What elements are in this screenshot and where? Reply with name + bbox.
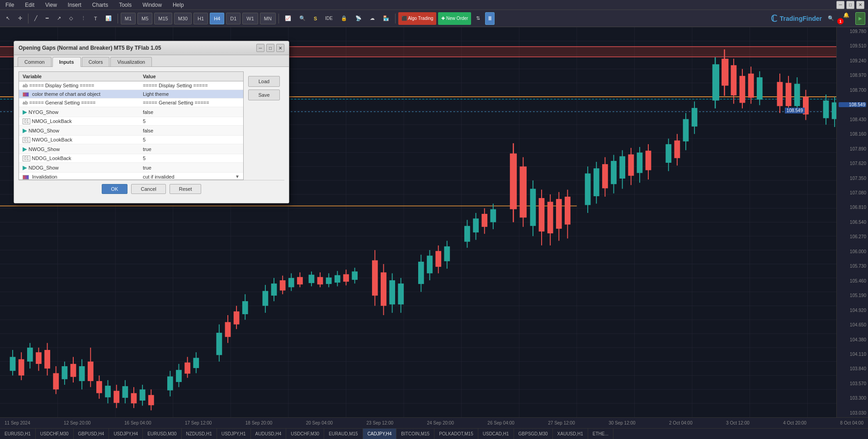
app-minimize-btn[interactable]: ─ [836,1,844,9]
table-row[interactable]: ▶ NYOG_Show false [19,107,243,117]
row-9-variable-text: NDOG_Show [28,165,59,170]
shapes-tool[interactable]: ◇ [66,12,76,25]
indicators-tool[interactable]: 📊 [102,12,115,25]
menu-window[interactable]: Window [141,2,164,8]
load-button[interactable]: Load [248,76,280,87]
tf-w1[interactable]: W1 [242,13,258,24]
menu-help[interactable]: Help [171,2,186,8]
time-axis: 11 Sep 2024 12 Sep 20:00 16 Sep 04:00 17… [0,417,868,428]
tab-ethe[interactable]: ETHE... [588,429,613,439]
row-4-variable-text: NMOG_LookBack [32,118,72,124]
tf-mn[interactable]: MN [260,13,276,24]
tab-inputs[interactable]: Inputs [52,57,81,67]
time-label-4: 18 Sep 20:00 [245,420,273,425]
time-label-6: 23 Sep 12:00 [367,420,394,425]
algo-trading-btn[interactable]: ⬛ Algo Trading [398,12,436,25]
menu-charts[interactable]: Charts [90,2,110,8]
tab-colors[interactable]: Colors [82,57,110,66]
menu-bar: File Edit View Insert Charts Tools Windo… [0,0,868,10]
table-row[interactable]: ab ===== Display Setting ===== ===== Dis… [19,81,243,90]
menu-view[interactable]: View [43,2,59,8]
menu-edit[interactable]: Edit [23,2,36,8]
reset-button[interactable]: Reset [170,184,202,194]
tab-xauusd-h1[interactable]: XAUUSD,H1 [553,429,588,439]
tab-polkadot-m15[interactable]: POLKADOT,M15 [434,429,478,439]
indicator-s-btn[interactable]: S [311,12,320,25]
save-button[interactable]: Save [248,90,280,100]
cloud-btn[interactable]: ☁ [367,12,378,25]
settings-table-wrapper[interactable]: Variable Value ab ===== [19,71,244,180]
tf-m1[interactable]: M1 [121,13,136,24]
dropdown-arrow[interactable]: ▼ [235,174,240,179]
table-row[interactable]: color theme of chart and object Light th… [19,90,243,99]
table-row[interactable]: ▶ NMOG_Show false [19,126,243,136]
line-tool[interactable]: ╱ [31,12,41,25]
tab-usdcad-h1[interactable]: USDCAD,H1 [478,429,514,439]
tab-usdjpy-h4[interactable]: USDJPY,H4 [109,429,143,439]
market-status-btn[interactable]: ▶ [855,12,865,25]
tf-m30[interactable]: M30 [174,13,192,24]
tab-gbpsgd-m30[interactable]: GBPSGD,M30 [514,429,553,439]
market-btn[interactable]: 🏪 [380,12,392,25]
signal-btn[interactable]: 📡 [352,12,365,25]
chart-type-btn[interactable]: 📈 [282,12,294,25]
table-row[interactable]: ▶ NDOG_Show true [19,163,243,173]
tf-d1[interactable]: D1 [226,13,241,24]
tab-gbpusd-h4[interactable]: GBPUSD,H4 [74,429,109,439]
row-5-icon: ▶ [23,127,27,134]
row-3-icon: ▶ [23,109,27,115]
table-row[interactable]: 01 NDOG_LookBack 5 [19,154,243,163]
app-maximize-btn[interactable]: □ [846,1,854,9]
app-close-btn[interactable]: ✕ [856,1,864,9]
tab-usdjpy-h1[interactable]: USDJPY,H1 [217,429,251,439]
table-row[interactable]: Invalidation cut if invalided ▼ [19,173,243,180]
cancel-button[interactable]: Cancel [131,184,165,194]
text-tool[interactable]: T [91,12,100,25]
tab-cadjpy-h4[interactable]: CADJPY,H4 [363,429,397,439]
tab-audusd-h4[interactable]: AUDUSD,H4 [251,429,287,439]
table-row[interactable]: ▶ NWOG_Show true [19,144,243,154]
tab-usdchf-m30[interactable]: USDCHF,M30 [36,429,74,439]
row-10-variable: Invalidation [19,173,139,180]
trendline-tool[interactable]: ↗ [54,12,64,25]
tf-h4[interactable]: H4 [210,13,224,24]
new-order-btn[interactable]: ✚ New Order [438,12,471,25]
tf-m5[interactable]: M5 [137,13,152,24]
table-row[interactable]: ab ===== General Setting ===== ===== Gen… [19,99,243,107]
table-row[interactable]: 01 NMOG_LookBack 5 [19,117,243,126]
dialog-restore-btn[interactable]: □ [266,44,274,52]
menu-insert[interactable]: Insert [66,2,83,8]
tab-euraud-m15[interactable]: EURAUD,M15 [324,429,363,439]
level2-btn[interactable]: II [485,12,495,25]
tab-common[interactable]: Common [18,57,52,66]
time-label-11: 2 Oct 04:00 [669,420,693,425]
menu-file[interactable]: File [4,2,16,8]
table-row[interactable]: 01 NWOG_LookBack 5 [19,136,243,144]
tab-eurusd-m30[interactable]: EURUSD,M30 [143,429,181,439]
tab-usdchf-m30-2[interactable]: USDCHF,M30 [286,429,324,439]
cursor-tool[interactable]: ↖ [3,12,13,25]
tf-m15[interactable]: M15 [154,13,172,24]
hline-tool[interactable]: ━ [42,12,52,25]
dialog-minimize-btn[interactable]: ─ [256,44,264,52]
tab-nzdusd-h1[interactable]: NZDUSD,H1 [182,429,217,439]
menu-tools[interactable]: Tools [117,2,133,8]
zoom-btn[interactable]: 🔍 [296,12,309,25]
arrows-btn[interactable]: ⇅ [473,12,483,25]
ide-btn[interactable]: IDE [322,12,336,25]
logo-search-btn[interactable]: 🔍 [825,12,837,25]
tf-h1[interactable]: H1 [193,13,208,24]
row-0-value: ===== Display Setting ===== [139,81,243,90]
tab-bitcoin-m15[interactable]: BITCOIN,M15 [396,429,434,439]
row-6-variable: 01 NWOG_LookBack [19,136,139,144]
tab-eurusd-h1[interactable]: EURUSD,H1 [0,429,36,439]
tab-visualization[interactable]: Visualization [110,57,152,66]
fib-tool[interactable]: ⋮ [78,12,89,25]
bottom-tabs: EURUSD,H1 USDCHF,M30 GBPUSD,H4 USDJPY,H4… [0,428,868,439]
lock-btn[interactable]: 🔒 [338,12,350,25]
row-4-value: 5 [139,117,243,126]
dialog-close-btn[interactable]: ✕ [276,44,284,52]
row-1-value: Light theme [139,90,243,99]
ok-button[interactable]: OK [102,184,128,194]
crosshair-tool[interactable]: ✛ [15,12,25,25]
